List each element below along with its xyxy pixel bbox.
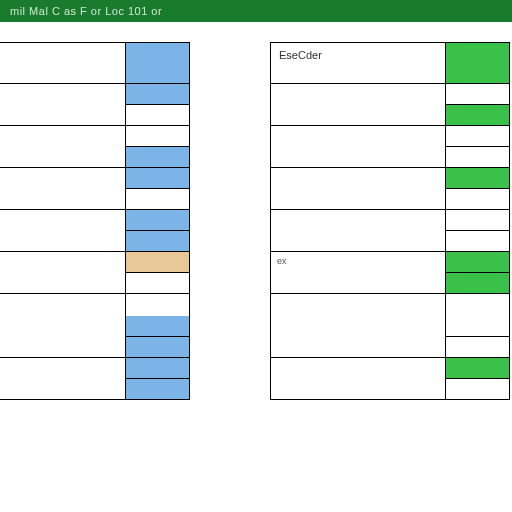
row-label [0, 210, 125, 252]
row-label [270, 316, 445, 358]
cell-segment [125, 337, 190, 358]
cell-segment [445, 231, 510, 252]
cell-segment [125, 84, 190, 105]
left-table: ecs [0, 42, 190, 512]
cell-segment [125, 358, 190, 379]
row-label [0, 252, 125, 294]
cell-segment [445, 189, 510, 210]
row-label [0, 316, 125, 358]
cell-segment [445, 252, 510, 273]
row-color [445, 358, 510, 400]
cell-segment [125, 231, 190, 252]
cell-segment [125, 316, 190, 337]
gap-color [125, 294, 190, 316]
cell-segment [445, 84, 510, 105]
table-row [0, 84, 190, 126]
row-color [125, 126, 190, 168]
left-table-header: ecs [0, 42, 190, 84]
table-gap [0, 294, 190, 316]
left-header-label: ecs [0, 42, 125, 84]
content-area: ecs [0, 22, 512, 512]
cell-segment [125, 379, 190, 400]
cell-segment [445, 273, 510, 294]
row-label [270, 168, 445, 210]
right-header-color [445, 42, 510, 84]
gap-color [445, 294, 510, 316]
cell-segment [445, 126, 510, 147]
table-row [0, 210, 190, 252]
table-row [0, 316, 190, 358]
row-label [270, 358, 445, 400]
right-table: EseCder [270, 42, 510, 512]
table-row [270, 358, 510, 400]
table-row [270, 168, 510, 210]
table-row [270, 210, 510, 252]
table-row [270, 84, 510, 126]
right-header-label: EseCder [270, 42, 445, 84]
cell-segment [125, 147, 190, 168]
row-color [445, 168, 510, 210]
cell-segment [125, 168, 190, 189]
row-color [125, 252, 190, 294]
cell-segment [125, 210, 190, 231]
cell-segment [445, 168, 510, 189]
right-table-header: EseCder [270, 42, 510, 84]
cell-segment [445, 105, 510, 126]
row-label [0, 358, 125, 400]
row-color [445, 210, 510, 252]
cell-segment [445, 358, 510, 379]
row-color [445, 84, 510, 126]
left-header-color [125, 42, 190, 84]
table-row [270, 316, 510, 358]
table-row [270, 126, 510, 168]
cell-segment [125, 105, 190, 126]
row-color [125, 210, 190, 252]
row-label: ex [270, 252, 445, 294]
row-color [445, 252, 510, 294]
table-row: ex [270, 252, 510, 294]
row-color [125, 168, 190, 210]
cell-segment [445, 147, 510, 168]
window-title-text: mil Mal C as F or Loc 101 or [10, 5, 162, 17]
table-row [0, 168, 190, 210]
table-row [0, 252, 190, 294]
row-color [125, 316, 190, 358]
window-title-bar: mil Mal C as F or Loc 101 or [0, 0, 512, 22]
cell-segment [125, 273, 190, 294]
row-label [270, 126, 445, 168]
cell-segment [445, 316, 510, 337]
table-row [0, 126, 190, 168]
row-color [445, 126, 510, 168]
cell-segment [125, 189, 190, 210]
cell-segment [445, 379, 510, 400]
row-label [0, 168, 125, 210]
cell-segment [445, 337, 510, 358]
table-gap [270, 294, 510, 316]
cell-segment [445, 210, 510, 231]
row-label [0, 126, 125, 168]
gap-label [0, 294, 125, 316]
cell-segment [125, 126, 190, 147]
table-row [0, 358, 190, 400]
gap-label [270, 294, 445, 316]
row-label [270, 84, 445, 126]
row-color [445, 316, 510, 358]
row-label [270, 210, 445, 252]
row-color [125, 84, 190, 126]
row-label [0, 84, 125, 126]
row-color [125, 358, 190, 400]
cell-segment [125, 252, 190, 273]
